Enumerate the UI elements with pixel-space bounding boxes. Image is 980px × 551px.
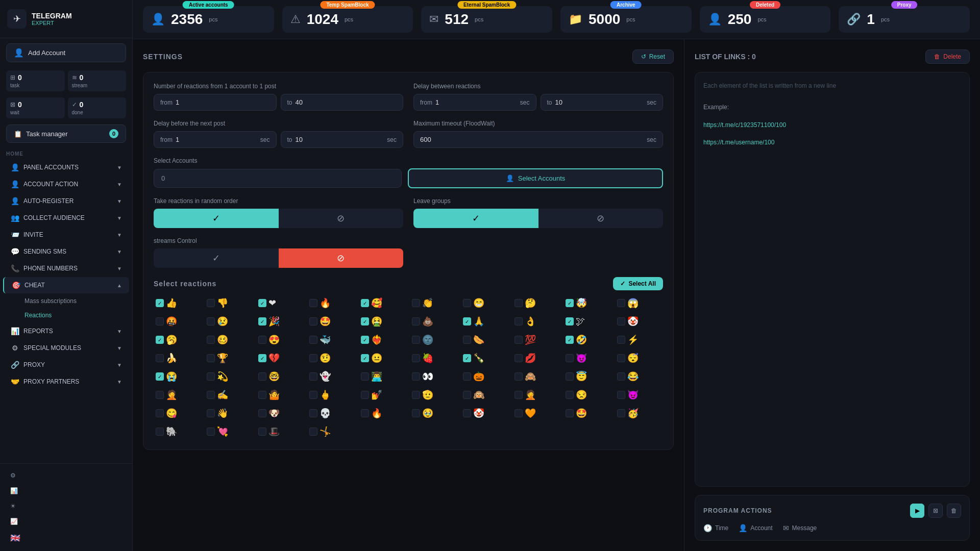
reaction-item[interactable]: 🔥 bbox=[359, 406, 407, 421]
reaction-checkbox[interactable] bbox=[412, 317, 420, 325]
sidebar-subitem-reactions[interactable]: Reactions bbox=[3, 308, 129, 322]
reaction-item[interactable]: 😢 bbox=[205, 314, 253, 329]
reaction-checkbox[interactable] bbox=[514, 336, 523, 344]
reaction-checkbox[interactable] bbox=[156, 428, 164, 436]
reaction-item[interactable]: 👋 bbox=[205, 406, 253, 421]
reaction-item[interactable]: 🌭 bbox=[461, 332, 509, 347]
leave-groups-on[interactable]: ✓ bbox=[413, 209, 538, 228]
reaction-checkbox[interactable] bbox=[207, 409, 215, 417]
reaction-item[interactable]: 💘 bbox=[205, 424, 253, 439]
reaction-checkbox[interactable] bbox=[514, 317, 523, 325]
random-order-off[interactable]: ⊘ bbox=[279, 209, 404, 228]
reaction-checkbox[interactable] bbox=[361, 317, 369, 325]
lang-nav-item[interactable]: 🇬🇧 bbox=[3, 529, 129, 547]
reaction-checkbox[interactable] bbox=[566, 336, 574, 344]
reaction-item[interactable]: 👌 bbox=[512, 314, 560, 329]
reaction-checkbox[interactable] bbox=[207, 336, 215, 344]
reaction-item[interactable]: 🙉 bbox=[461, 387, 509, 403]
reaction-item[interactable]: 🤨 bbox=[307, 350, 355, 366]
sidebar-item-sending-sms[interactable]: 💬 SENDING SMS ▼ bbox=[3, 243, 129, 260]
reaction-item[interactable]: 🎉 bbox=[256, 314, 304, 329]
reaction-item[interactable]: 🏆 bbox=[205, 350, 253, 366]
next-post-to-input[interactable]: to 10 sec bbox=[281, 131, 404, 148]
reaction-checkbox[interactable] bbox=[463, 317, 471, 325]
reaction-item[interactable]: 🤦 bbox=[154, 387, 202, 403]
sidebar-item-cheat[interactable]: 🎯 CHEAT ▲ bbox=[3, 277, 129, 293]
reaction-item[interactable]: 😱 bbox=[615, 295, 663, 311]
reaction-checkbox[interactable] bbox=[258, 336, 266, 344]
reaction-item[interactable]: 🤡 bbox=[461, 406, 509, 421]
reaction-checkbox[interactable] bbox=[463, 409, 471, 417]
reaction-item[interactable]: 😈 bbox=[615, 387, 663, 403]
reaction-item[interactable]: 🍌 bbox=[154, 350, 202, 366]
reaction-checkbox[interactable] bbox=[361, 336, 369, 344]
pa-stop-button[interactable]: ⊠ bbox=[928, 504, 943, 518]
reaction-item[interactable]: 🤔 bbox=[512, 295, 560, 311]
sidebar-item-auto-register[interactable]: 👤 AUTO-REGISTER ▼ bbox=[3, 193, 129, 209]
reaction-item[interactable]: 👏 bbox=[410, 295, 458, 311]
reaction-checkbox[interactable] bbox=[617, 336, 625, 344]
reaction-item[interactable]: 🍾 bbox=[461, 350, 509, 366]
reaction-checkbox[interactable] bbox=[258, 372, 266, 381]
reaction-checkbox[interactable] bbox=[617, 299, 625, 307]
reactions-to-input[interactable]: to 40 bbox=[281, 94, 404, 111]
reaction-item[interactable]: 🍓 bbox=[410, 350, 458, 366]
max-timeout-val-input[interactable]: 600 sec bbox=[413, 131, 663, 148]
theme-nav-item[interactable]: ☀ bbox=[3, 498, 129, 514]
pa-play-button[interactable]: ▶ bbox=[910, 504, 924, 518]
reaction-checkbox[interactable] bbox=[309, 391, 317, 399]
random-order-on[interactable]: ✓ bbox=[154, 209, 279, 228]
reaction-checkbox[interactable] bbox=[412, 372, 420, 381]
reaction-checkbox[interactable] bbox=[309, 317, 317, 325]
reaction-checkbox[interactable] bbox=[566, 372, 574, 381]
reaction-checkbox[interactable] bbox=[361, 372, 369, 381]
reaction-checkbox[interactable] bbox=[258, 428, 266, 436]
reset-button[interactable]: ↺ Reset bbox=[632, 49, 674, 64]
select-all-button[interactable]: ✓ Select All bbox=[613, 277, 663, 290]
reaction-checkbox[interactable] bbox=[361, 409, 369, 417]
reaction-checkbox[interactable] bbox=[156, 336, 164, 344]
reaction-checkbox[interactable] bbox=[566, 354, 574, 362]
reaction-item[interactable]: 😍 bbox=[256, 332, 304, 347]
streams-control-off-right[interactable]: ⊘ bbox=[279, 248, 404, 268]
sidebar-item-reports[interactable]: 📊 REPORTS ▼ bbox=[3, 323, 129, 339]
reaction-item[interactable]: 🧡 bbox=[512, 406, 560, 421]
reaction-checkbox[interactable] bbox=[258, 391, 266, 399]
reaction-item[interactable]: ✍ bbox=[205, 387, 253, 403]
reaction-item[interactable]: 😈 bbox=[564, 350, 611, 366]
reaction-checkbox[interactable] bbox=[617, 409, 625, 417]
reaction-item[interactable]: 🕊 bbox=[564, 314, 611, 329]
reaction-item[interactable]: 💅 bbox=[359, 387, 407, 403]
reaction-checkbox[interactable] bbox=[258, 299, 266, 307]
reaction-checkbox[interactable] bbox=[258, 354, 266, 362]
add-account-button[interactable]: 👤 Add Account bbox=[6, 43, 126, 62]
delay-from-input[interactable]: from 1 sec bbox=[413, 94, 536, 111]
reaction-checkbox[interactable] bbox=[309, 409, 317, 417]
sidebar-item-collect-audience[interactable]: 👥 COLLECT AUDIENCE ▼ bbox=[3, 210, 129, 226]
reaction-checkbox[interactable] bbox=[412, 299, 420, 307]
reaction-checkbox[interactable] bbox=[309, 372, 317, 381]
select-accounts-button[interactable]: 👤 Select Accounts bbox=[408, 168, 663, 188]
reaction-checkbox[interactable] bbox=[566, 391, 574, 399]
reaction-checkbox[interactable] bbox=[258, 409, 266, 417]
reaction-checkbox[interactable] bbox=[156, 372, 164, 381]
reaction-checkbox[interactable] bbox=[156, 354, 164, 362]
reaction-checkbox[interactable] bbox=[207, 354, 215, 362]
reaction-item[interactable]: 🙈 bbox=[512, 369, 560, 384]
reaction-item[interactable]: 😁 bbox=[461, 295, 509, 311]
random-order-toggle[interactable]: ✓ ⊘ bbox=[154, 209, 403, 228]
reaction-checkbox[interactable] bbox=[514, 391, 523, 399]
reaction-checkbox[interactable] bbox=[463, 299, 471, 307]
reaction-item[interactable]: 🤣 bbox=[564, 332, 611, 347]
reaction-item[interactable]: 👀 bbox=[410, 369, 458, 384]
reaction-item[interactable]: 🖕 bbox=[307, 387, 355, 403]
reaction-item[interactable]: 🐳 bbox=[307, 332, 355, 347]
reaction-item[interactable]: 😂 bbox=[615, 369, 663, 384]
reaction-item[interactable]: 💔 bbox=[256, 350, 304, 366]
reaction-checkbox[interactable] bbox=[309, 354, 317, 362]
reaction-item[interactable]: 🤩 bbox=[564, 406, 611, 421]
reaction-checkbox[interactable] bbox=[361, 391, 369, 399]
reaction-checkbox[interactable] bbox=[207, 428, 215, 436]
reaction-checkbox[interactable] bbox=[566, 409, 574, 417]
reaction-item[interactable]: 🤸 bbox=[307, 424, 355, 439]
